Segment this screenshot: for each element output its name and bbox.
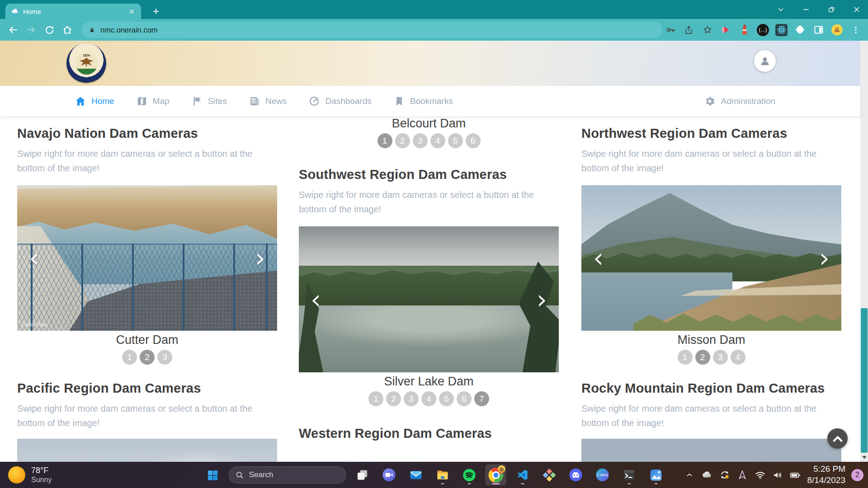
- page-button-3[interactable]: 3: [413, 133, 428, 148]
- page-button-5[interactable]: 5: [439, 391, 454, 406]
- new-tab-button[interactable]: +: [149, 5, 163, 18]
- scrollbar-down-arrow[interactable]: [862, 456, 867, 459]
- forward-button[interactable]: [24, 22, 39, 38]
- canva-icon[interactable]: Canva: [592, 465, 613, 485]
- volume-icon[interactable]: [772, 469, 783, 481]
- carousel-next-icon[interactable]: ›: [537, 286, 547, 313]
- tab-search-chevron-icon[interactable]: [774, 3, 788, 16]
- task-view-button[interactable]: [352, 465, 373, 485]
- bookmark-star-icon[interactable]: [701, 24, 713, 36]
- nav-item-sites[interactable]: Sites: [191, 95, 227, 107]
- page-button-1[interactable]: 1: [377, 133, 392, 148]
- carousel-prev-icon[interactable]: ‹: [311, 286, 321, 313]
- camera-watermark: Cutter Dam: [22, 322, 47, 327]
- tab-favicon-cloud-icon: [11, 7, 19, 15]
- location-icon[interactable]: [736, 469, 748, 481]
- nav-item-news[interactable]: News: [249, 95, 287, 107]
- carousel-prev-icon[interactable]: ‹: [29, 245, 39, 271]
- reload-button[interactable]: [42, 22, 57, 38]
- nav-item-map[interactable]: Map: [136, 95, 170, 107]
- nav-item-home[interactable]: Home: [75, 95, 114, 107]
- back-button[interactable]: [5, 22, 21, 38]
- lock-icon[interactable]: [88, 26, 96, 34]
- battery-icon[interactable]: [789, 469, 801, 481]
- page-button-2[interactable]: 2: [695, 350, 710, 365]
- terminal-icon[interactable]: [619, 465, 640, 485]
- camera-image-pacific-region[interactable]: [17, 439, 277, 462]
- file-explorer-icon[interactable]: [432, 465, 453, 485]
- nav-item-administration[interactable]: Administration: [704, 95, 775, 107]
- window-minimize-button[interactable]: [799, 3, 813, 16]
- camera-image-misson-dam[interactable]: ‹ ›: [581, 185, 841, 331]
- tab-close-icon[interactable]: [127, 7, 136, 15]
- discord-icon[interactable]: [566, 465, 586, 485]
- tray-chevron-up-icon[interactable]: [684, 469, 695, 481]
- browser-profile-avatar[interactable]: [831, 24, 843, 36]
- camera-image-silver-lake-dam[interactable]: ‹ ›: [299, 226, 559, 372]
- side-panel-icon[interactable]: [812, 24, 825, 36]
- camera-name: Misson Dam: [581, 333, 841, 347]
- browser-menu-dots-icon[interactable]: [849, 24, 862, 36]
- nav-label: Sites: [208, 96, 227, 106]
- spotify-icon[interactable]: [459, 465, 480, 485]
- page-button-1[interactable]: 1: [122, 350, 137, 365]
- onedrive-cloud-icon[interactable]: [701, 469, 713, 481]
- page-scrollbar[interactable]: [860, 41, 868, 462]
- browser-tab-home[interactable]: Home: [5, 4, 141, 19]
- extension-lighthouse-icon[interactable]: [738, 24, 750, 36]
- chrome-icon[interactable]: [486, 465, 506, 485]
- address-bar[interactable]: nmc.onerain.com: [82, 22, 662, 38]
- scroll-to-top-button[interactable]: [827, 428, 848, 449]
- extension-json-viewer-icon[interactable]: {…}: [757, 24, 769, 36]
- page-button-3[interactable]: 3: [713, 350, 728, 365]
- bureau-of-indian-affairs-seal[interactable]: 1824: [66, 43, 106, 83]
- camera-image-cutter-dam[interactable]: Cutter Dam ‹ ›: [17, 185, 277, 331]
- page-button-7[interactable]: 7: [474, 391, 489, 406]
- diamond-grid-app-icon[interactable]: [539, 465, 560, 485]
- user-avatar-button[interactable]: [754, 50, 776, 72]
- carousel-prev-icon[interactable]: ‹: [593, 245, 604, 271]
- nav-label: Dashboards: [325, 96, 371, 106]
- page-button-1[interactable]: 1: [368, 391, 383, 406]
- notification-badge[interactable]: 2: [851, 469, 863, 481]
- section-subtitle: Swipe right for more dam cameras or sele…: [581, 402, 829, 430]
- page-button-3[interactable]: 3: [157, 350, 172, 365]
- vscode-icon[interactable]: [512, 465, 533, 485]
- window-close-button[interactable]: [850, 3, 863, 16]
- nav-label: Administration: [721, 96, 775, 106]
- carousel-next-icon[interactable]: ›: [819, 245, 830, 271]
- page-button-2[interactable]: 2: [140, 350, 155, 365]
- taskbar-weather-widget[interactable]: 78°F Sunny: [8, 466, 52, 484]
- carousel-next-icon[interactable]: ›: [255, 245, 265, 271]
- share-icon[interactable]: [683, 24, 695, 36]
- home-button[interactable]: [60, 22, 75, 38]
- window-restore-button[interactable]: [825, 3, 838, 16]
- nav-item-dashboards[interactable]: Dashboards: [308, 95, 371, 107]
- sync-update-icon[interactable]: [719, 469, 731, 481]
- extensions-puzzle-icon[interactable]: [794, 24, 806, 36]
- chat-app-icon[interactable]: [379, 465, 400, 485]
- page-button-4[interactable]: 4: [731, 350, 745, 365]
- scrollbar-thumb[interactable]: [861, 308, 868, 453]
- page-button-5[interactable]: 5: [448, 133, 463, 148]
- page-button-4[interactable]: 4: [421, 391, 436, 406]
- taskbar-search-box[interactable]: Search: [229, 466, 346, 483]
- page-button-3[interactable]: 3: [404, 391, 419, 406]
- taskbar-clock[interactable]: 5:26 PM 8/14/2023: [807, 464, 845, 486]
- extension-react-devtools-icon[interactable]: [775, 24, 788, 36]
- page-button-4[interactable]: 4: [430, 133, 445, 148]
- nav-label: News: [265, 96, 287, 106]
- wifi-icon[interactable]: [754, 469, 766, 481]
- camera-image-rocky-mountain-region[interactable]: [581, 439, 841, 462]
- extension-red-arrow-icon[interactable]: [720, 24, 732, 36]
- start-button[interactable]: [202, 465, 223, 485]
- nav-item-bookmarks[interactable]: Bookmarks: [393, 95, 453, 107]
- page-button-6[interactable]: 6: [457, 391, 472, 406]
- photos-app-icon[interactable]: [646, 465, 666, 485]
- page-button-6[interactable]: 6: [466, 133, 481, 148]
- mail-app-icon[interactable]: [406, 465, 426, 485]
- page-button-2[interactable]: 2: [386, 391, 401, 406]
- password-key-icon[interactable]: [664, 24, 676, 36]
- page-button-1[interactable]: 1: [678, 350, 693, 365]
- page-button-2[interactable]: 2: [395, 133, 410, 148]
